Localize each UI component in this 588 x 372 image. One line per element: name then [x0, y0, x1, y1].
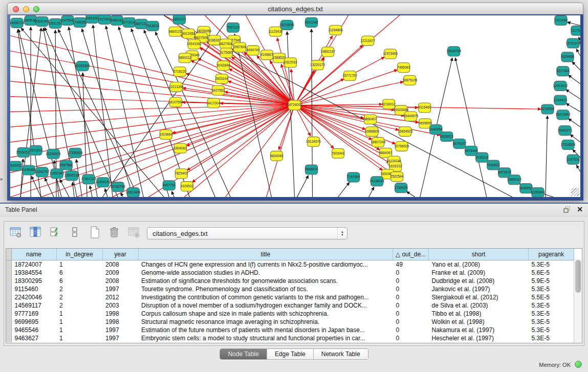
cell-pagerank[interactable]: 5.9E-5	[529, 277, 574, 285]
network-canvas[interactable]: 1872400798601238912954182260589827509818…	[10, 15, 580, 197]
cell-pagerank[interactable]: 5.5E-5	[529, 293, 574, 301]
select-rows-icon[interactable]	[48, 225, 63, 240]
create-table-icon[interactable]	[87, 225, 102, 240]
table-row[interactable]: 1830029562008Estimation of significance …	[6, 277, 574, 285]
cell-year[interactable]: 1998	[102, 310, 138, 318]
edge-black[interactable]	[93, 25, 113, 197]
table-row[interactable]: 946554611997Estimation of the future num…	[6, 326, 574, 334]
cell-out_degree[interactable]: 0	[393, 293, 429, 301]
graph-node[interactable]: 14055714	[10, 18, 25, 28]
cell-title[interactable]: Investigating the contribution of common…	[138, 293, 393, 301]
edge-black[interactable]	[121, 193, 123, 197]
graph-node[interactable]: 1527602	[98, 15, 112, 24]
graph-node[interactable]: 14138141	[369, 177, 384, 186]
cell-title[interactable]: Genome-wide association studies in ADHD.	[138, 269, 393, 277]
edge-red[interactable]	[10, 66, 294, 105]
cell-title[interactable]: Tourette syndrome. Phenomenology and cla…	[138, 285, 393, 293]
table-row[interactable]: 1938455462009Genome-wide association stu…	[6, 269, 574, 277]
edge-black[interactable]	[73, 182, 74, 197]
table-settings-icon[interactable]	[8, 225, 24, 240]
graph-node[interactable]: 6479197	[453, 139, 466, 148]
cell-in_degree[interactable]: 6	[56, 277, 102, 285]
cell-in_degree[interactable]: 6	[56, 269, 102, 277]
tab-network-table[interactable]: Network Table	[313, 349, 368, 359]
edge-black[interactable]	[338, 183, 350, 197]
edge-red[interactable]	[294, 104, 382, 105]
cell-short[interactable]: Hescheler et al. (1997)	[429, 334, 529, 342]
graph-node[interactable]: 9827508	[220, 39, 233, 49]
graph-node[interactable]: 1521810	[29, 145, 42, 155]
table-row[interactable]: 977716911998Corpus callosum shape and si…	[6, 310, 574, 318]
graph-node[interactable]: 3175685	[220, 48, 233, 58]
cell-out_degree[interactable]: 0	[393, 277, 429, 285]
graph-node[interactable]: 7957224	[227, 23, 240, 32]
table-scrollbar[interactable]	[574, 259, 582, 343]
graph-node[interactable]: 1733426	[395, 183, 408, 193]
graph-node[interactable]: 9146821	[260, 50, 274, 60]
cell-title[interactable]: Estimation of the future numbers of pati…	[138, 326, 393, 334]
graph-node[interactable]: 7603441	[332, 148, 345, 158]
graph-node[interactable]: 20053346	[75, 61, 90, 71]
graph-node[interactable]: 9242848	[217, 61, 230, 71]
cell-name[interactable]: 18300295	[11, 277, 56, 285]
graph-node[interactable]: 16648784	[446, 47, 461, 56]
cell-name[interactable]: 14569117	[11, 301, 56, 310]
graph-node[interactable]: 9634046	[270, 151, 284, 161]
cell-pagerank[interactable]: 5.3E-5	[529, 260, 574, 269]
hidden-panel-handle-icon[interactable]: ▸	[1, 176, 3, 182]
cell-title[interactable]: Disruption of a novel member of a sodium…	[138, 301, 393, 310]
node-table-grid[interactable]: namein_degreeyeartitle△ out_de...shortpa…	[6, 249, 574, 342]
cell-year[interactable]: 1997	[102, 326, 138, 334]
cell-out_degree[interactable]: 0	[393, 269, 429, 277]
graph-node[interactable]: 18107554	[168, 97, 183, 107]
table-row[interactable]: 911546021997Tourette syndrome. Phenomeno…	[6, 285, 574, 293]
graph-node[interactable]: 16210643	[556, 110, 571, 120]
network-graph[interactable]: 1872400798601238912954182260589827509818…	[10, 15, 580, 197]
graph-node[interactable]: 8216012	[382, 99, 396, 109]
cell-short[interactable]: Franke et al. (2009)	[429, 269, 529, 277]
table-row[interactable]: 2242004622012Investigating the contribut…	[6, 293, 574, 301]
cell-name[interactable]: 9463627	[11, 334, 56, 342]
cell-in_degree[interactable]: 1	[56, 326, 102, 334]
cell-pagerank[interactable]: 5.3E-5	[529, 326, 574, 334]
cell-short[interactable]: Stergiakouli et al. (2012)	[429, 293, 529, 301]
graph-node[interactable]: 10854112	[507, 175, 522, 185]
cell-name[interactable]: 18724007	[11, 260, 56, 269]
graph-node[interactable]: 16782759	[111, 182, 125, 192]
cell-year[interactable]: 2003	[102, 301, 138, 310]
edge-black[interactable]	[455, 58, 487, 197]
graph-node[interactable]: 8631048	[305, 17, 318, 27]
cell-short[interactable]: Wolkin et al. (1998)	[429, 318, 529, 326]
graph-node[interactable]: 7485083	[397, 63, 410, 73]
edge-black[interactable]	[82, 29, 133, 197]
cell-year[interactable]: 2008	[102, 260, 138, 269]
column-header-short[interactable]: short	[429, 249, 529, 260]
graph-node[interactable]: 19861197	[320, 47, 335, 57]
cell-short[interactable]: Tibbo et al. (1998)	[429, 310, 529, 318]
edge-red[interactable]	[10, 81, 294, 105]
resize-grip-icon[interactable]	[571, 188, 579, 196]
edge-black[interactable]	[60, 180, 69, 197]
cell-out_degree[interactable]: 0	[393, 310, 429, 318]
cell-short[interactable]: Dudbridge et al. (2008)	[429, 277, 529, 285]
graph-node[interactable]: 17957223	[81, 174, 96, 184]
graph-node[interactable]: 1604061	[174, 143, 187, 153]
cell-pagerank[interactable]: 5.3E-5	[529, 334, 574, 342]
graph-node[interactable]: 15992971	[558, 126, 573, 136]
graph-node[interactable]: 1919864	[160, 130, 173, 140]
cell-in_degree[interactable]: 1	[56, 334, 102, 342]
edge-black[interactable]	[572, 62, 580, 70]
cell-pagerank[interactable]: 5.3E-5	[529, 318, 574, 326]
cell-pagerank[interactable]: 5.3E-5	[529, 310, 574, 318]
graph-node[interactable]: 15134576	[306, 137, 321, 146]
cell-in_degree[interactable]: 2	[56, 301, 102, 310]
cell-year[interactable]: 2009	[102, 269, 138, 277]
edge-black[interactable]	[566, 90, 580, 99]
column-header-title[interactable]: title	[138, 249, 393, 260]
cell-title[interactable]: Embryonic stem cells: a model to study s…	[138, 334, 393, 342]
edge-black[interactable]	[297, 176, 309, 197]
graph-node[interactable]: 16875105	[402, 76, 417, 85]
graph-node[interactable]: 12923446	[126, 188, 141, 197]
graph-node[interactable]: 1924502	[181, 182, 194, 191]
graph-node[interactable]: 10756928	[394, 141, 409, 151]
